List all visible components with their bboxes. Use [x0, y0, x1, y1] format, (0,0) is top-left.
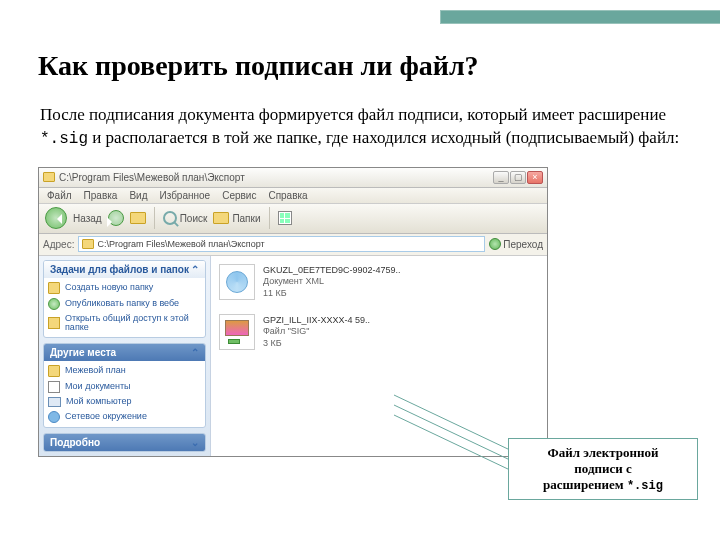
- menu-fav[interactable]: Избранное: [159, 190, 210, 201]
- window-controls: _ ▢ ×: [493, 171, 543, 184]
- place-computer[interactable]: Мой компьютер: [48, 397, 201, 407]
- up-button[interactable]: [130, 212, 146, 224]
- folder-icon: [48, 365, 60, 377]
- address-field[interactable]: C:\Program Files\Межевой план\Экспорт: [78, 236, 485, 252]
- documents-icon: [48, 381, 60, 393]
- close-button[interactable]: ×: [527, 171, 543, 184]
- file-name: GKUZL_0EE7TED9C-9902-4759..: [263, 265, 401, 275]
- menu-view[interactable]: Вид: [129, 190, 147, 201]
- back-label[interactable]: Назад: [73, 213, 102, 224]
- network-icon: [48, 411, 60, 423]
- menubar: Файл Правка Вид Избранное Сервис Справка: [39, 188, 547, 204]
- search-icon: [163, 211, 177, 225]
- file-xml[interactable]: GKUZL_0EE7TED9C-9902-4759.. Документ XML…: [219, 264, 539, 300]
- new-folder-icon: [48, 282, 60, 294]
- slide-title: Как проверить подписан ли файл?: [38, 50, 684, 82]
- folders-button[interactable]: Папки: [213, 212, 260, 224]
- titlebar: C:\Program Files\Межевой план\Экспорт _ …: [39, 168, 547, 188]
- file-size: 3 КБ: [263, 338, 370, 348]
- menu-tools[interactable]: Сервис: [222, 190, 256, 201]
- menu-file[interactable]: Файл: [47, 190, 72, 201]
- file-sig[interactable]: GPZI_ILL_IIX-XXXX-4 59.. Файл "SIG" 3 КБ: [219, 314, 539, 350]
- task-share[interactable]: Открыть общий доступ к этой папке: [48, 314, 201, 334]
- sidebar: Задачи для файлов и папок⌃ Создать новую…: [39, 256, 211, 456]
- menu-edit[interactable]: Правка: [84, 190, 118, 201]
- details-panel-header[interactable]: Подробно⌄: [44, 434, 205, 451]
- explorer-window: C:\Program Files\Межевой план\Экспорт _ …: [38, 167, 548, 457]
- chevron-up-icon: ⌃: [191, 347, 199, 358]
- forward-button[interactable]: [108, 210, 124, 226]
- places-panel-header[interactable]: Другие места⌃: [44, 344, 205, 361]
- slide-body: После подписания документа формируется ф…: [40, 104, 680, 151]
- menu-help[interactable]: Справка: [268, 190, 307, 201]
- go-button[interactable]: Переход: [489, 238, 543, 250]
- computer-icon: [48, 397, 61, 407]
- file-type: Документ XML: [263, 276, 401, 286]
- toolbar: Назад Поиск Папки: [39, 204, 547, 234]
- callout-line3-prefix: расширением: [543, 477, 627, 492]
- file-listing: GKUZL_0EE7TED9C-9902-4759.. Документ XML…: [211, 256, 547, 456]
- places-panel: Другие места⌃ Межевой план Мои документы…: [43, 343, 206, 428]
- search-button[interactable]: Поиск: [163, 211, 208, 225]
- globe-icon: [48, 298, 60, 310]
- header-accent-bar: [440, 10, 720, 24]
- body-prefix: После подписания документа формируется ф…: [40, 105, 666, 124]
- body-suffix: и располагается в той же папке, где нахо…: [88, 128, 679, 147]
- xml-file-icon: [219, 264, 255, 300]
- go-arrow-icon: [489, 238, 501, 250]
- file-size: 11 КБ: [263, 288, 401, 298]
- details-panel: Подробно⌄: [43, 433, 206, 452]
- callout-extension: *.sig: [627, 479, 663, 493]
- address-value: C:\Program Files\Межевой план\Экспорт: [97, 239, 264, 249]
- address-bar: Адрес: C:\Program Files\Межевой план\Экс…: [39, 234, 547, 256]
- tasks-panel-header[interactable]: Задачи для файлов и папок⌃: [44, 261, 205, 278]
- window-title: C:\Program Files\Межевой план\Экспорт: [59, 172, 489, 183]
- file-type: Файл "SIG": [263, 326, 370, 336]
- view-mode-button[interactable]: [278, 211, 292, 225]
- callout-line1: Файл электронной: [548, 445, 659, 460]
- minimize-button[interactable]: _: [493, 171, 509, 184]
- task-new-folder[interactable]: Создать новую папку: [48, 282, 201, 294]
- back-button[interactable]: [45, 207, 67, 229]
- place-network[interactable]: Сетевое окружение: [48, 411, 201, 423]
- folders-icon: [213, 212, 229, 224]
- maximize-button[interactable]: ▢: [510, 171, 526, 184]
- chevron-up-icon: ⌃: [191, 264, 199, 275]
- folder-icon: [82, 239, 94, 249]
- folder-icon: [43, 172, 55, 182]
- file-name: GPZI_ILL_IIX-XXXX-4 59..: [263, 315, 370, 325]
- sig-file-icon: [219, 314, 255, 350]
- callout-box: Файл электронной подписи с расширением *…: [508, 438, 698, 500]
- place-docs[interactable]: Мои документы: [48, 381, 201, 393]
- task-publish[interactable]: Опубликовать папку в вебе: [48, 298, 201, 310]
- tasks-panel: Задачи для файлов и папок⌃ Создать новую…: [43, 260, 206, 339]
- chevron-down-icon: ⌄: [191, 437, 199, 448]
- body-extension: *.sig: [40, 130, 88, 148]
- address-label: Адрес:: [43, 239, 74, 250]
- callout-line2: подписи с: [574, 461, 631, 476]
- place-mezh[interactable]: Межевой план: [48, 365, 201, 377]
- share-icon: [48, 317, 60, 329]
